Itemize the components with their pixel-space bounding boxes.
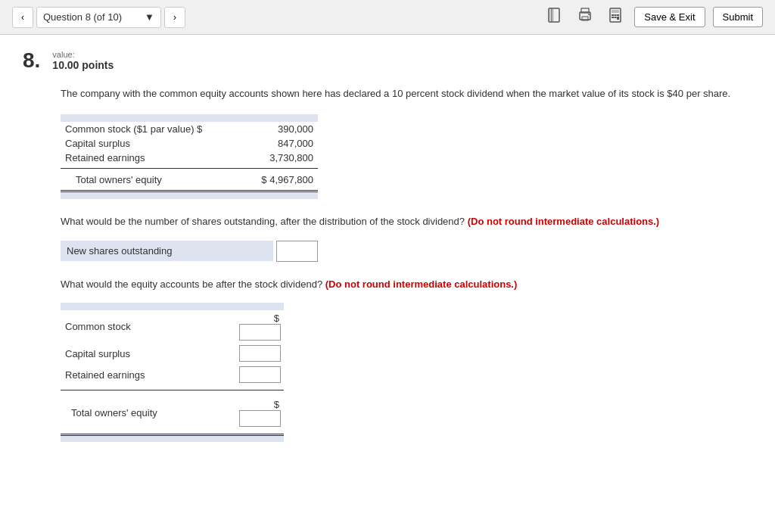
- total-input-cell: $: [236, 397, 284, 429]
- retained-earnings-label2: Retained earnings: [61, 364, 236, 385]
- question2-highlight: (Do not round intermediate calculations.…: [468, 216, 660, 227]
- question-number: 8.: [23, 50, 40, 71]
- table-header-cell: [61, 114, 318, 122]
- total-row2: Total owners' equity $: [61, 397, 284, 429]
- table-footer-row: [61, 191, 318, 199]
- capital-surplus-input[interactable]: [239, 345, 281, 362]
- save-exit-button[interactable]: Save & Exit: [634, 7, 705, 27]
- question3-main-text: What would the equity accounts be after …: [61, 278, 322, 290]
- common-stock-label2: Common stock: [61, 310, 236, 343]
- calculator-icon-button[interactable]: [604, 4, 627, 30]
- prev-question-button[interactable]: ‹: [12, 7, 33, 28]
- retained-earnings-label: Retained earnings: [61, 151, 243, 165]
- retained-earnings-input[interactable]: [239, 366, 281, 383]
- main-content: 8. value: 10.00 points The company with …: [0, 35, 775, 532]
- book-icon: [546, 7, 563, 23]
- dropdown-arrow-icon: ▼: [145, 11, 154, 23]
- points-label: 10.00 points: [52, 59, 114, 71]
- double-line-row2: [61, 429, 284, 435]
- submit-button[interactable]: Submit: [713, 7, 763, 27]
- total-amount: 4,967,800: [269, 174, 313, 185]
- capital-surplus-value: 847,000: [243, 136, 318, 151]
- total-label2: Total owners' equity: [61, 397, 236, 429]
- common-stock-dollar: $: [274, 313, 279, 324]
- table-row: Capital surplus 847,000: [61, 136, 318, 151]
- nav-right: Save & Exit Submit: [543, 4, 763, 30]
- total-dollar: $: [261, 174, 266, 185]
- new-shares-row: New shares outstanding: [61, 241, 318, 262]
- common-stock-value: 390,000: [243, 122, 318, 136]
- question3-text: What would the equity accounts be after …: [61, 277, 752, 293]
- capital-surplus-input-cell: [236, 343, 284, 364]
- retained-earnings-input-cell: [236, 364, 284, 385]
- new-shares-input-cell: [276, 241, 318, 262]
- table-header-row: [61, 114, 318, 122]
- table-row: Retained earnings: [61, 364, 284, 385]
- common-stock-label: Common stock ($1 par value) $: [61, 122, 243, 136]
- table-row: Common stock $: [61, 310, 284, 343]
- book-icon-button[interactable]: [543, 4, 566, 30]
- print-icon: [577, 7, 593, 23]
- svg-rect-13: [615, 17, 617, 18]
- total-dollar2: $: [274, 399, 279, 410]
- next-question-button[interactable]: ›: [164, 7, 185, 28]
- table2-header-row: [61, 303, 284, 310]
- calculator-icon: [607, 7, 624, 23]
- new-shares-input[interactable]: [277, 241, 317, 261]
- svg-rect-11: [617, 14, 619, 16]
- svg-rect-10: [615, 14, 617, 16]
- total-label: Total owners' equity: [61, 173, 243, 187]
- capital-surplus-label2: Capital surplus: [61, 343, 236, 364]
- svg-rect-8: [612, 10, 619, 13]
- equity-table: Common stock ($1 par value) $ 390,000 Ca…: [61, 114, 318, 199]
- question-dropdown[interactable]: Question 8 (of 10) ▼: [36, 7, 161, 28]
- svg-rect-9: [612, 14, 614, 16]
- total-row: Total owners' equity $ 4,967,800: [61, 173, 318, 187]
- total-equity-input[interactable]: [239, 410, 281, 427]
- capital-surplus-label: Capital surplus: [61, 136, 243, 151]
- prev-arrow-icon: ‹: [21, 12, 24, 23]
- question-label: Question 8 (of 10): [43, 11, 122, 23]
- table-row: Capital surplus: [61, 343, 284, 364]
- value-label: value:: [52, 50, 114, 59]
- print-icon-button[interactable]: [574, 4, 596, 30]
- retained-earnings-value: 3,730,800: [243, 151, 318, 165]
- total-row2: [61, 390, 284, 397]
- table2-footer-row: [61, 434, 284, 442]
- table-row: Retained earnings 3,730,800: [61, 151, 318, 165]
- new-shares-label: New shares outstanding: [61, 241, 273, 261]
- question-meta: value: 10.00 points: [52, 50, 114, 71]
- equity-input-table: Common stock $ Capital surplus Retained …: [61, 303, 284, 442]
- table-row: Common stock ($1 par value) $ 390,000: [61, 122, 318, 136]
- nav-left: ‹ Question 8 (of 10) ▼ ›: [12, 7, 185, 28]
- next-arrow-icon: ›: [173, 12, 176, 23]
- question-text: The company with the common equity accou…: [61, 86, 752, 102]
- common-stock-input[interactable]: [239, 324, 281, 341]
- question-body: The company with the common equity accou…: [61, 86, 752, 442]
- question3-highlight: (Do not round intermediate calculations.…: [325, 278, 518, 290]
- total-value: $ 4,967,800: [243, 173, 318, 187]
- top-navigation: ‹ Question 8 (of 10) ▼ ›: [0, 0, 775, 35]
- question2-main-text: What would be the number of shares outst…: [61, 216, 465, 227]
- svg-rect-14: [617, 17, 619, 20]
- svg-point-6: [588, 14, 590, 15]
- question2-text: What would be the number of shares outst…: [61, 214, 752, 230]
- common-stock-input-cell: $: [236, 310, 284, 343]
- svg-rect-12: [612, 17, 614, 18]
- question-header: 8. value: 10.00 points: [23, 50, 752, 71]
